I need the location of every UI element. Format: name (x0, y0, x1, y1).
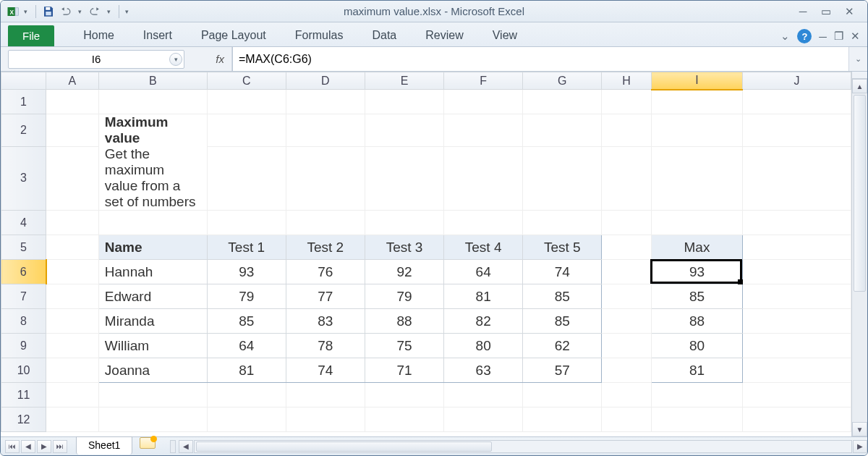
close-icon[interactable]: ✕ (841, 5, 857, 18)
maximize-icon[interactable]: ▭ (818, 5, 834, 18)
help-icon[interactable]: ? (797, 29, 812, 43)
cell[interactable] (207, 90, 286, 114)
tab-home[interactable]: Home (69, 25, 129, 46)
cell[interactable] (743, 383, 851, 408)
cell[interactable] (444, 408, 523, 432)
cell[interactable] (46, 260, 99, 284)
cell[interactable]: 88 (365, 309, 443, 334)
row-header[interactable]: 11 (1, 383, 46, 408)
split-box[interactable] (852, 72, 867, 79)
cell[interactable]: 63 (444, 358, 523, 383)
cell[interactable] (286, 90, 365, 114)
workbook-minimize-icon[interactable]: ─ (819, 30, 827, 43)
cell[interactable]: Test 2 (286, 235, 365, 260)
cell[interactable] (602, 408, 651, 432)
cell[interactable]: Edward (98, 284, 207, 309)
cell[interactable] (46, 334, 99, 358)
cell[interactable] (602, 90, 651, 114)
cell[interactable] (46, 358, 99, 383)
cell[interactable] (743, 260, 851, 284)
col-header[interactable]: D (286, 72, 365, 90)
scroll-right-icon[interactable]: ▶ (853, 440, 867, 453)
cell[interactable]: 78 (286, 334, 365, 358)
next-sheet-icon[interactable]: ▶ (37, 440, 51, 453)
cell[interactable] (743, 408, 851, 432)
col-header[interactable]: C (207, 72, 286, 90)
cell[interactable]: 75 (365, 334, 443, 358)
cell[interactable] (46, 309, 99, 334)
formula-input[interactable]: =MAX(C6:G6) (232, 47, 848, 71)
tab-review[interactable]: Review (411, 25, 477, 46)
col-header[interactable]: F (444, 72, 523, 90)
cell[interactable] (365, 211, 443, 235)
scroll-track[interactable] (852, 93, 867, 422)
scroll-down-icon[interactable]: ▼ (852, 422, 867, 436)
sheet-tab[interactable]: Sheet1 (76, 436, 132, 455)
prev-sheet-icon[interactable]: ◀ (21, 440, 35, 453)
grid[interactable]: A B C D E F G H I J 12Maximum value3Get … (1, 72, 851, 436)
cell[interactable] (444, 211, 523, 235)
workbook-restore-icon[interactable]: ❐ (834, 30, 843, 43)
qat-customize-icon[interactable]: ▾ (125, 8, 131, 15)
tab-split-handle[interactable] (170, 440, 176, 453)
cell[interactable]: 85 (523, 284, 602, 309)
cell[interactable]: Joanna (98, 358, 207, 383)
cell[interactable] (523, 146, 602, 211)
cell[interactable] (651, 408, 742, 432)
tab-insert[interactable]: Insert (129, 25, 187, 46)
cell[interactable] (602, 211, 651, 235)
cell[interactable] (207, 146, 286, 211)
last-sheet-icon[interactable]: ⏭ (53, 440, 67, 453)
cell[interactable]: Get the maximum value from a set of numb… (98, 146, 207, 211)
tab-view[interactable]: View (478, 25, 532, 46)
cell[interactable]: 83 (286, 309, 365, 334)
qat-dropdown-icon[interactable]: ▾ (24, 8, 30, 15)
cell[interactable]: Name (98, 235, 207, 260)
cell[interactable]: Max (651, 235, 742, 260)
cell[interactable] (523, 383, 602, 408)
cell[interactable]: 85 (651, 284, 742, 309)
cell[interactable]: Test 5 (523, 235, 602, 260)
horizontal-scrollbar[interactable]: ◀ ▶ (170, 437, 867, 455)
col-header[interactable]: J (743, 72, 851, 90)
minimize-icon[interactable]: ─ (795, 5, 811, 18)
cell[interactable] (46, 146, 99, 211)
cell[interactable] (286, 408, 365, 432)
cell[interactable]: 57 (523, 358, 602, 383)
cell[interactable]: 64 (444, 260, 523, 284)
cell[interactable]: Test 1 (207, 235, 286, 260)
tab-data[interactable]: Data (357, 25, 411, 46)
cell[interactable] (46, 90, 99, 114)
col-header[interactable]: G (523, 72, 602, 90)
cell[interactable] (602, 146, 651, 211)
vertical-scrollbar[interactable]: ▲ ▼ (851, 72, 867, 436)
cell[interactable] (444, 383, 523, 408)
cell[interactable] (523, 114, 602, 147)
undo-dropdown-icon[interactable]: ▾ (78, 8, 84, 15)
cell[interactable]: Miranda (98, 309, 207, 334)
cell[interactable]: 71 (365, 358, 443, 383)
cell[interactable] (602, 358, 651, 383)
cell[interactable]: 82 (444, 309, 523, 334)
name-box[interactable]: I6 ▾ (8, 50, 184, 69)
cell[interactable]: 92 (365, 260, 443, 284)
cell[interactable] (602, 383, 651, 408)
row-header[interactable]: 2 (1, 114, 46, 147)
cell[interactable] (651, 146, 742, 211)
cell[interactable] (98, 383, 207, 408)
file-tab[interactable]: File (8, 25, 54, 46)
row-header[interactable]: 12 (1, 408, 46, 432)
cell[interactable]: 85 (207, 309, 286, 334)
cell[interactable] (365, 146, 443, 211)
cell[interactable] (743, 358, 851, 383)
cell[interactable] (743, 334, 851, 358)
row-header[interactable]: 9 (1, 334, 46, 358)
cell[interactable] (207, 383, 286, 408)
cell[interactable] (207, 408, 286, 432)
cell[interactable]: Test 3 (365, 235, 443, 260)
cell[interactable] (743, 114, 851, 147)
cell[interactable] (523, 408, 602, 432)
cell[interactable] (444, 114, 523, 147)
undo-icon[interactable] (59, 6, 74, 17)
formula-expand-icon[interactable]: ⌄ (848, 47, 867, 71)
